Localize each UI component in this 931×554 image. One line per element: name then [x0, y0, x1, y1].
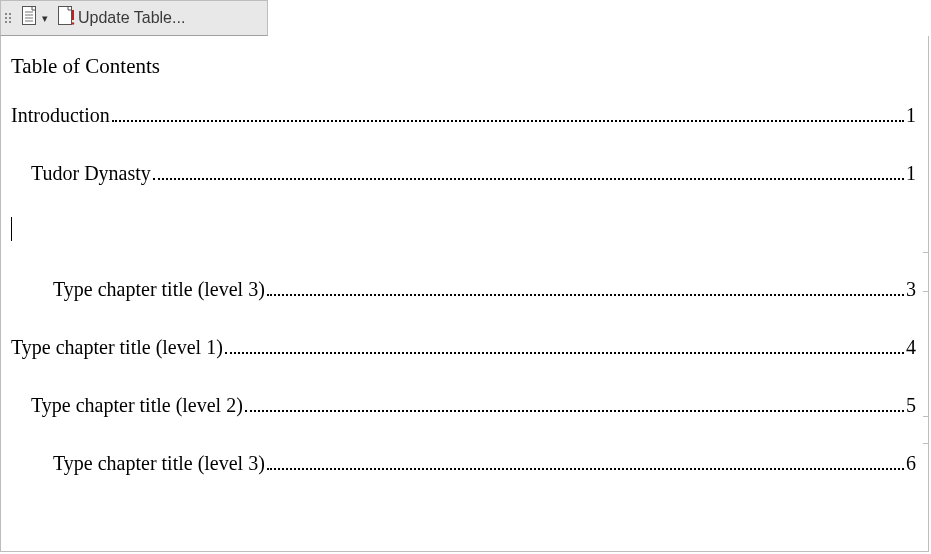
toc-entry-page: 6 — [906, 451, 916, 475]
toc-style-dropdown[interactable]: ▾ — [16, 3, 52, 33]
toc-entry-text: Tudor Dynasty — [31, 161, 151, 185]
toc-entry[interactable]: Type chapter title (level 2)5 — [11, 393, 916, 417]
toc-leader-dots — [245, 400, 904, 412]
document-alert-icon — [56, 5, 76, 32]
svg-rect-5 — [59, 6, 72, 24]
toc-entry-text: Type chapter title (level 1) — [11, 335, 223, 359]
toc-entry-page: 1 — [906, 103, 916, 127]
svg-point-7 — [72, 22, 74, 24]
toc-entry[interactable]: Tudor Dynasty1 — [11, 161, 916, 185]
toc-entry-text: Type chapter title (level 2) — [31, 393, 243, 417]
toc-entry-text: Type chapter title (level 3) — [53, 451, 265, 475]
toc-list: Introduction1Tudor Dynasty1Type chapter … — [11, 103, 916, 509]
toc-entry-page: 1 — [906, 161, 916, 185]
toc-leader-dots — [267, 284, 904, 296]
update-table-label: Update Table... — [78, 9, 185, 27]
chevron-down-icon: ▾ — [42, 12, 48, 25]
toc-entry[interactable]: Type chapter title (level 3)3 — [11, 277, 916, 301]
toc-leader-dots — [225, 342, 904, 354]
toc-leader-dots — [267, 458, 904, 470]
update-table-button[interactable]: Update Table... — [52, 3, 189, 33]
toc-leader-dots — [112, 110, 904, 122]
toc-entry-text: Type chapter title (level 3) — [53, 277, 265, 301]
toc-leader-dots — [153, 168, 904, 180]
toc-entry-text: Introduction — [11, 103, 110, 127]
toc-entry-page: 4 — [906, 335, 916, 359]
toc-content-area[interactable]: Table of Contents Introduction1Tudor Dyn… — [0, 36, 929, 552]
toolbar-grip-icon — [5, 6, 12, 30]
toc-entry[interactable]: Type chapter title (level 1)4 — [11, 335, 916, 359]
document-lines-icon — [20, 5, 40, 32]
toc-entry[interactable]: Type chapter title (level 3)6 — [11, 451, 916, 475]
toc-entry-page: 3 — [906, 277, 916, 301]
toc-entry[interactable]: Introduction1 — [11, 103, 916, 127]
text-cursor-icon — [11, 217, 12, 241]
toc-blank-line[interactable] — [11, 219, 916, 243]
toc-title: Table of Contents — [11, 54, 916, 79]
border-notch-icon — [923, 252, 929, 292]
border-notch-icon — [923, 416, 929, 444]
toc-toolbar: ▾ Update Table... — [0, 0, 268, 36]
toc-entry-page: 5 — [906, 393, 916, 417]
